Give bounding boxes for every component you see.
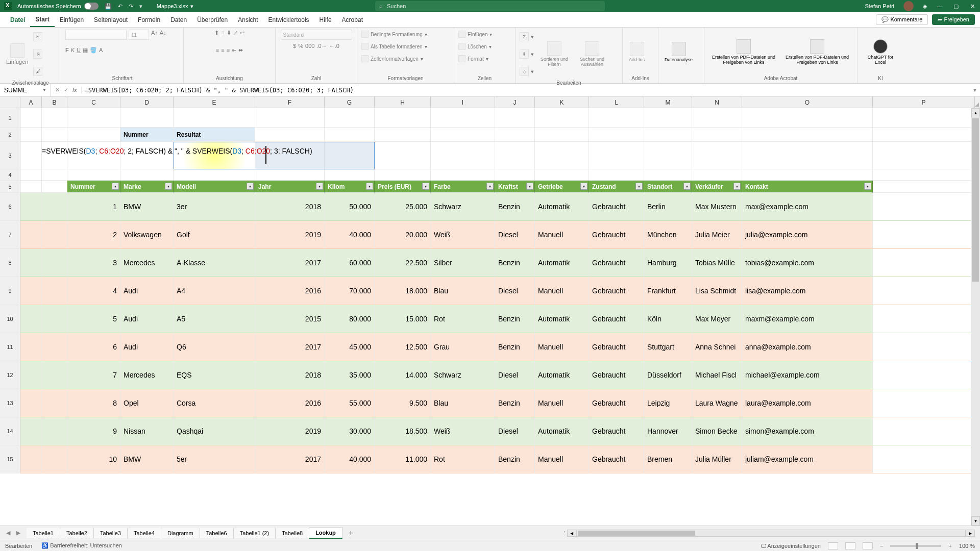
cell-kraft[interactable]: Benzin xyxy=(495,193,535,221)
cell[interactable] xyxy=(692,128,742,142)
table-header-farbe[interactable]: Farbe▼ xyxy=(431,181,495,193)
cell[interactable] xyxy=(873,333,975,361)
cell-verkaeufer[interactable]: Lisa Schmidt xyxy=(692,277,742,305)
cell-verkaeufer[interactable]: Anna Schnei xyxy=(692,333,742,361)
cell[interactable] xyxy=(42,193,67,221)
cell-marke[interactable]: Mercedes xyxy=(120,361,174,389)
cell-kraft[interactable]: Diesel xyxy=(495,277,535,305)
scroll-up-icon[interactable]: ▲ xyxy=(971,108,980,117)
cell-marke[interactable]: Volkswagen xyxy=(120,221,174,249)
in-cell-formula[interactable]: =SVERWEIS(D3; C6:O20; 2; FALSCH) & ", " … xyxy=(42,147,312,156)
cell-kraft[interactable]: Benzin xyxy=(495,249,535,277)
name-box-dropdown-icon[interactable]: ▼ xyxy=(42,88,46,92)
cell-modell[interactable]: A-Klasse xyxy=(174,249,255,277)
cell-modell[interactable]: Q6 xyxy=(174,333,255,361)
cell-km[interactable]: 50.000 xyxy=(325,193,375,221)
sheet-nav-next-icon[interactable]: ▶ xyxy=(16,530,20,536)
cell-km[interactable]: 55.000 xyxy=(325,389,375,417)
table-header-preis[interactable]: Preis (EUR)▼ xyxy=(375,181,431,193)
cell-farbe[interactable]: Blau xyxy=(431,389,495,417)
row-header[interactable]: 6 xyxy=(0,193,20,221)
fx-icon[interactable]: fx xyxy=(72,87,77,93)
col-header-e[interactable]: E xyxy=(174,97,255,108)
cell-standort[interactable]: Köln xyxy=(644,305,692,333)
cell-getriebe[interactable]: Automatik xyxy=(535,361,589,389)
cell-jahr[interactable]: 2015 xyxy=(255,305,325,333)
cell[interactable] xyxy=(255,108,325,128)
cell[interactable] xyxy=(431,128,495,142)
tab-ueberpruefen[interactable]: Überprüfen xyxy=(192,13,233,27)
table-header-zustand[interactable]: Zustand▼ xyxy=(589,181,644,193)
cell[interactable] xyxy=(67,169,120,181)
filter-icon[interactable]: ▼ xyxy=(864,183,871,190)
cell-standort[interactable]: Berlin xyxy=(644,193,692,221)
cell-nummer[interactable]: 7 xyxy=(67,361,120,389)
cell-getriebe[interactable]: Manuell xyxy=(535,445,589,473)
cell[interactable] xyxy=(325,128,375,142)
filename-dropdown-icon[interactable]: ▾ xyxy=(190,3,193,10)
cell[interactable] xyxy=(495,128,535,142)
cell-km[interactable]: 70.000 xyxy=(325,277,375,305)
tab-entwickler[interactable]: Entwicklertools xyxy=(263,13,314,27)
cell-kontakt[interactable]: maxm@example.com xyxy=(742,305,873,333)
cell-marke[interactable]: Mercedes xyxy=(120,249,174,277)
tab-daten[interactable]: Daten xyxy=(165,13,192,27)
cell-nummer[interactable]: 3 xyxy=(67,249,120,277)
scroll-down-icon[interactable]: ▼ xyxy=(971,516,980,525)
filter-icon[interactable]: ▼ xyxy=(316,183,323,190)
cell[interactable] xyxy=(325,142,375,169)
cell[interactable] xyxy=(67,108,120,128)
sheet-nav-prev-icon[interactable]: ◀ xyxy=(6,530,10,536)
redo-icon[interactable]: ↷ xyxy=(129,3,133,10)
cell-kontakt[interactable]: simon@example.com xyxy=(742,417,873,445)
cell-e3[interactable] xyxy=(174,142,255,169)
row-header[interactable]: 14 xyxy=(0,417,20,445)
toggle-icon[interactable] xyxy=(84,3,99,10)
row-header[interactable]: 12 xyxy=(0,361,20,389)
cell[interactable] xyxy=(589,142,644,169)
accept-formula-icon[interactable]: ✓ xyxy=(64,87,68,93)
cell-zustand[interactable]: Gebraucht xyxy=(589,389,644,417)
cell[interactable] xyxy=(644,128,692,142)
cell-zustand[interactable]: Gebraucht xyxy=(589,277,644,305)
cell-getriebe[interactable]: Automatik xyxy=(535,417,589,445)
col-header-d[interactable]: D xyxy=(120,97,174,108)
cell[interactable] xyxy=(20,169,42,181)
table-header-nummer[interactable]: Nummer▼ xyxy=(67,181,120,193)
col-header-b[interactable]: B xyxy=(42,97,67,108)
pdf-create-1-button[interactable]: Erstellen von PDF-Dateien und Freigeben … xyxy=(708,37,779,67)
filter-icon[interactable]: ▼ xyxy=(247,183,254,190)
cell[interactable] xyxy=(20,221,42,249)
cell-standort[interactable]: Hamburg xyxy=(644,249,692,277)
cell-km[interactable]: 35.000 xyxy=(325,361,375,389)
cell-kontakt[interactable]: juliam@example.com xyxy=(742,445,873,473)
cell-farbe[interactable]: Schwarz xyxy=(431,193,495,221)
col-header-n[interactable]: N xyxy=(692,97,742,108)
cell-preis[interactable]: 22.500 xyxy=(375,249,431,277)
cell[interactable] xyxy=(42,128,67,142)
cell[interactable] xyxy=(255,169,325,181)
filter-icon[interactable]: ▼ xyxy=(526,183,533,190)
zoom-slider[interactable] xyxy=(890,545,941,547)
cell[interactable] xyxy=(692,108,742,128)
cell-verkaeufer[interactable]: Julia Müller xyxy=(692,445,742,473)
table-header-getriebe[interactable]: Getriebe▼ xyxy=(535,181,589,193)
cell[interactable] xyxy=(42,389,67,417)
cell[interactable] xyxy=(742,169,873,181)
cell[interactable] xyxy=(589,108,644,128)
cell[interactable] xyxy=(20,108,42,128)
cell-marke[interactable]: Audi xyxy=(120,277,174,305)
view-pagebreak-icon[interactable] xyxy=(863,542,873,549)
cell-preis[interactable]: 14.000 xyxy=(375,361,431,389)
cell-modell[interactable]: A4 xyxy=(174,277,255,305)
cancel-formula-icon[interactable]: ✕ xyxy=(55,87,60,93)
cell[interactable] xyxy=(589,128,644,142)
add-sheet-icon[interactable]: + xyxy=(342,529,359,538)
cell-kontakt[interactable]: lisa@example.com xyxy=(742,277,873,305)
row-header[interactable]: 11 xyxy=(0,333,20,361)
col-header-c[interactable]: C xyxy=(67,97,120,108)
autosave-toggle[interactable]: Automatisches Speichern xyxy=(17,3,99,10)
cell-kraft[interactable]: Benzin xyxy=(495,333,535,361)
cell-verkaeufer[interactable]: Tobias Mülle xyxy=(692,249,742,277)
cell-jahr[interactable]: 2018 xyxy=(255,193,325,221)
